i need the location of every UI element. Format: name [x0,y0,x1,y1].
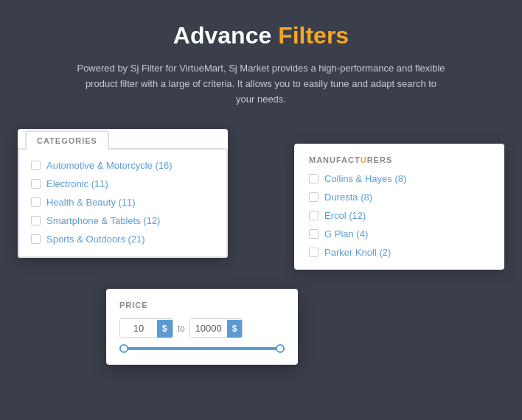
price-min-input[interactable] [120,319,157,337]
filter-label: Smartphone & Tablets (12) [46,215,160,226]
filter-label: Sports & Outdoors (21) [46,234,145,245]
price-inputs: $ to $ [119,318,285,338]
checkbox-ercol[interactable] [309,211,319,220]
page-title: Advance Filters [173,22,349,49]
list-item[interactable]: Duresta (8) [309,192,490,203]
price-max-input[interactable] [190,319,227,337]
list-item[interactable]: Health & Beauty (11) [31,197,215,208]
list-item[interactable]: Electronic (11) [31,178,215,189]
categories-tab: CATEGORIES [25,130,109,150]
list-item[interactable]: Sports & Outdoors (21) [31,234,215,245]
price-max-group: $ [189,318,243,338]
filter-label: G Plan (4) [324,228,368,239]
price-max-currency: $ [227,320,243,337]
list-item[interactable]: Ercol (12) [309,210,490,221]
categories-card: CATEGORIES Automotive & Motorcycle (16) … [18,129,228,258]
filter-label: Automotive & Motorcycle (16) [46,160,173,171]
price-title: PRICE [119,301,285,309]
manufacturers-title: MANUFACTURERS [309,155,490,164]
list-item[interactable]: Smartphone & Tablets (12) [31,215,215,226]
price-slider-fill [119,347,285,350]
filter-label: Health & Beauty (11) [46,197,136,208]
price-to-label: to [178,323,185,334]
list-item[interactable]: Parker Knoll (2) [309,247,490,258]
checkbox-gplan[interactable] [309,229,319,239]
price-min-currency: $ [157,320,173,337]
filter-label: Parker Knoll (2) [324,247,391,258]
categories-body: Automotive & Motorcycle (16) Electronic … [18,148,228,258]
checkbox-electronic[interactable] [31,179,41,189]
checkbox-automotive[interactable] [31,161,41,170]
price-slider-handle-right[interactable] [276,344,285,353]
price-slider-track[interactable] [119,347,285,350]
checkbox-health[interactable] [31,197,41,207]
filter-label: Collins & Hayes (8) [324,173,406,184]
manufacturers-card: MANUFACTURERS Collins & Hayes (8) Durest… [294,144,504,270]
price-min-group: $ [119,318,173,338]
widgets-area: CATEGORIES Automotive & Motorcycle (16) … [18,129,504,365]
price-slider-handle-left[interactable] [119,344,128,353]
price-card: PRICE $ to $ [106,289,298,365]
checkbox-duresta[interactable] [309,192,319,202]
checkbox-collins[interactable] [309,174,319,183]
subtitle: Powered by Sj Filter for VirtueMart, Sj … [77,61,445,107]
list-item[interactable]: G Plan (4) [309,228,490,239]
filter-label: Electronic (11) [46,178,108,189]
list-item[interactable]: Collins & Hayes (8) [309,173,490,184]
checkbox-sports[interactable] [31,234,41,244]
checkbox-smartphone[interactable] [31,216,41,225]
checkbox-parkerknoll[interactable] [309,248,319,257]
list-item[interactable]: Automotive & Motorcycle (16) [31,160,215,171]
filter-label: Duresta (8) [324,192,372,203]
filter-label: Ercol (12) [324,210,366,221]
